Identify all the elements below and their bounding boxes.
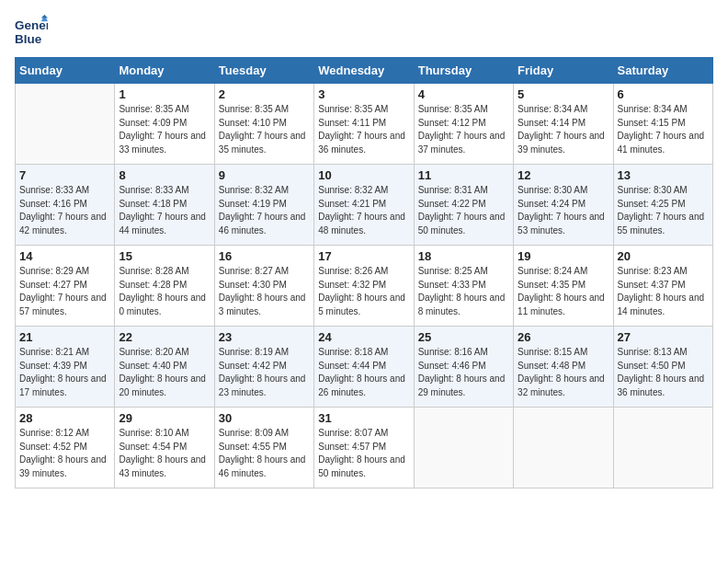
- day-info: Sunrise: 8:16 AMSunset: 4:46 PMDaylight:…: [418, 346, 509, 399]
- calendar-cell: [613, 408, 712, 488]
- calendar-week-row: 1Sunrise: 8:35 AMSunset: 4:09 PMDaylight…: [16, 84, 713, 165]
- calendar-cell: 15Sunrise: 8:28 AMSunset: 4:28 PMDayligh…: [115, 246, 214, 327]
- day-info: Sunrise: 8:29 AMSunset: 4:27 PMDaylight:…: [19, 265, 110, 318]
- weekday-header-friday: Friday: [514, 58, 613, 84]
- day-number: 8: [119, 168, 210, 182]
- calendar-cell: 3Sunrise: 8:35 AMSunset: 4:11 PMDaylight…: [314, 84, 414, 165]
- calendar-cell: 29Sunrise: 8:10 AMSunset: 4:54 PMDayligh…: [115, 408, 214, 488]
- day-info: Sunrise: 8:31 AMSunset: 4:22 PMDaylight:…: [418, 184, 509, 237]
- day-number: 22: [119, 330, 210, 344]
- day-info: Sunrise: 8:20 AMSunset: 4:40 PMDaylight:…: [119, 346, 210, 399]
- svg-marker-3: [41, 15, 48, 18]
- calendar-cell: 5Sunrise: 8:34 AMSunset: 4:14 PMDaylight…: [514, 84, 613, 165]
- weekday-header-row: SundayMondayTuesdayWednesdayThursdayFrid…: [16, 58, 713, 84]
- calendar-cell: 24Sunrise: 8:18 AMSunset: 4:44 PMDayligh…: [314, 327, 414, 408]
- calendar-cell: [16, 84, 115, 165]
- weekday-header-saturday: Saturday: [613, 58, 712, 84]
- day-number: 24: [318, 330, 409, 344]
- day-number: 23: [219, 330, 310, 344]
- day-number: 18: [418, 249, 509, 263]
- calendar-cell: 11Sunrise: 8:31 AMSunset: 4:22 PMDayligh…: [414, 165, 513, 246]
- day-number: 13: [618, 168, 709, 182]
- day-info: Sunrise: 8:24 AMSunset: 4:35 PMDaylight:…: [518, 265, 609, 318]
- day-info: Sunrise: 8:18 AMSunset: 4:44 PMDaylight:…: [318, 346, 409, 399]
- calendar-cell: 6Sunrise: 8:34 AMSunset: 4:15 PMDaylight…: [613, 84, 712, 165]
- day-info: Sunrise: 8:23 AMSunset: 4:37 PMDaylight:…: [618, 265, 709, 318]
- weekday-header-tuesday: Tuesday: [214, 58, 313, 84]
- calendar-cell: 10Sunrise: 8:32 AMSunset: 4:21 PMDayligh…: [314, 165, 414, 246]
- day-info: Sunrise: 8:35 AMSunset: 4:10 PMDaylight:…: [219, 103, 310, 156]
- day-number: 26: [518, 330, 609, 344]
- day-info: Sunrise: 8:10 AMSunset: 4:54 PMDaylight:…: [119, 427, 210, 480]
- day-info: Sunrise: 8:07 AMSunset: 4:57 PMDaylight:…: [318, 427, 409, 480]
- calendar-cell: 1Sunrise: 8:35 AMSunset: 4:09 PMDaylight…: [115, 84, 214, 165]
- day-number: 12: [518, 168, 609, 182]
- logo-icon: General Blue: [15, 15, 48, 48]
- day-number: 5: [518, 87, 609, 101]
- day-number: 9: [219, 168, 310, 182]
- calendar-cell: 30Sunrise: 8:09 AMSunset: 4:55 PMDayligh…: [214, 408, 313, 488]
- day-info: Sunrise: 8:26 AMSunset: 4:32 PMDaylight:…: [318, 265, 409, 318]
- calendar-cell: 12Sunrise: 8:30 AMSunset: 4:24 PMDayligh…: [514, 165, 613, 246]
- day-number: 20: [618, 249, 709, 263]
- calendar-cell: 8Sunrise: 8:33 AMSunset: 4:18 PMDaylight…: [115, 165, 214, 246]
- day-number: 6: [618, 87, 709, 101]
- calendar-cell: 7Sunrise: 8:33 AMSunset: 4:16 PMDaylight…: [16, 165, 115, 246]
- calendar-cell: 14Sunrise: 8:29 AMSunset: 4:27 PMDayligh…: [16, 246, 115, 327]
- calendar-cell: [514, 408, 613, 488]
- day-info: Sunrise: 8:27 AMSunset: 4:30 PMDaylight:…: [219, 265, 310, 318]
- day-number: 3: [318, 87, 409, 101]
- day-info: Sunrise: 8:34 AMSunset: 4:15 PMDaylight:…: [618, 103, 709, 156]
- day-info: Sunrise: 8:21 AMSunset: 4:39 PMDaylight:…: [19, 346, 110, 399]
- day-info: Sunrise: 8:32 AMSunset: 4:21 PMDaylight:…: [318, 184, 409, 237]
- day-number: 29: [119, 411, 210, 425]
- day-info: Sunrise: 8:28 AMSunset: 4:28 PMDaylight:…: [119, 265, 210, 318]
- calendar-cell: 13Sunrise: 8:30 AMSunset: 4:25 PMDayligh…: [613, 165, 712, 246]
- day-info: Sunrise: 8:09 AMSunset: 4:55 PMDaylight:…: [219, 427, 310, 480]
- weekday-header-sunday: Sunday: [16, 58, 115, 84]
- day-number: 7: [19, 168, 110, 182]
- calendar-week-row: 7Sunrise: 8:33 AMSunset: 4:16 PMDaylight…: [16, 165, 713, 246]
- day-number: 1: [119, 87, 210, 101]
- day-number: 27: [618, 330, 709, 344]
- calendar-week-row: 14Sunrise: 8:29 AMSunset: 4:27 PMDayligh…: [16, 246, 713, 327]
- calendar-cell: 21Sunrise: 8:21 AMSunset: 4:39 PMDayligh…: [16, 327, 115, 408]
- calendar-cell: 9Sunrise: 8:32 AMSunset: 4:19 PMDaylight…: [214, 165, 313, 246]
- day-number: 11: [418, 168, 509, 182]
- calendar-cell: 4Sunrise: 8:35 AMSunset: 4:12 PMDaylight…: [414, 84, 513, 165]
- day-info: Sunrise: 8:35 AMSunset: 4:11 PMDaylight:…: [318, 103, 409, 156]
- day-number: 14: [19, 249, 110, 263]
- calendar-week-row: 28Sunrise: 8:12 AMSunset: 4:52 PMDayligh…: [16, 408, 713, 488]
- day-info: Sunrise: 8:35 AMSunset: 4:09 PMDaylight:…: [119, 103, 210, 156]
- day-info: Sunrise: 8:34 AMSunset: 4:14 PMDaylight:…: [518, 103, 609, 156]
- day-number: 15: [119, 249, 210, 263]
- day-info: Sunrise: 8:33 AMSunset: 4:16 PMDaylight:…: [19, 184, 110, 237]
- calendar-cell: 23Sunrise: 8:19 AMSunset: 4:42 PMDayligh…: [214, 327, 313, 408]
- day-info: Sunrise: 8:15 AMSunset: 4:48 PMDaylight:…: [518, 346, 609, 399]
- day-number: 28: [19, 411, 110, 425]
- day-number: 17: [318, 249, 409, 263]
- weekday-header-monday: Monday: [115, 58, 214, 84]
- day-info: Sunrise: 8:30 AMSunset: 4:24 PMDaylight:…: [518, 184, 609, 237]
- svg-text:Blue: Blue: [15, 32, 42, 46]
- calendar-cell: 28Sunrise: 8:12 AMSunset: 4:52 PMDayligh…: [16, 408, 115, 488]
- day-info: Sunrise: 8:35 AMSunset: 4:12 PMDaylight:…: [418, 103, 509, 156]
- calendar-cell: [414, 408, 513, 488]
- calendar-table: SundayMondayTuesdayWednesdayThursdayFrid…: [15, 57, 713, 488]
- day-number: 21: [19, 330, 110, 344]
- weekday-header-thursday: Thursday: [414, 58, 513, 84]
- logo: General Blue: [15, 15, 53, 48]
- day-number: 16: [219, 249, 310, 263]
- day-number: 19: [518, 249, 609, 263]
- day-info: Sunrise: 8:25 AMSunset: 4:33 PMDaylight:…: [418, 265, 509, 318]
- calendar-cell: 20Sunrise: 8:23 AMSunset: 4:37 PMDayligh…: [613, 246, 712, 327]
- day-number: 25: [418, 330, 509, 344]
- day-info: Sunrise: 8:32 AMSunset: 4:19 PMDaylight:…: [219, 184, 310, 237]
- calendar-week-row: 21Sunrise: 8:21 AMSunset: 4:39 PMDayligh…: [16, 327, 713, 408]
- day-number: 10: [318, 168, 409, 182]
- day-number: 31: [318, 411, 409, 425]
- header: General Blue: [15, 15, 713, 48]
- calendar-cell: 17Sunrise: 8:26 AMSunset: 4:32 PMDayligh…: [314, 246, 414, 327]
- calendar-cell: 16Sunrise: 8:27 AMSunset: 4:30 PMDayligh…: [214, 246, 313, 327]
- calendar-cell: 26Sunrise: 8:15 AMSunset: 4:48 PMDayligh…: [514, 327, 613, 408]
